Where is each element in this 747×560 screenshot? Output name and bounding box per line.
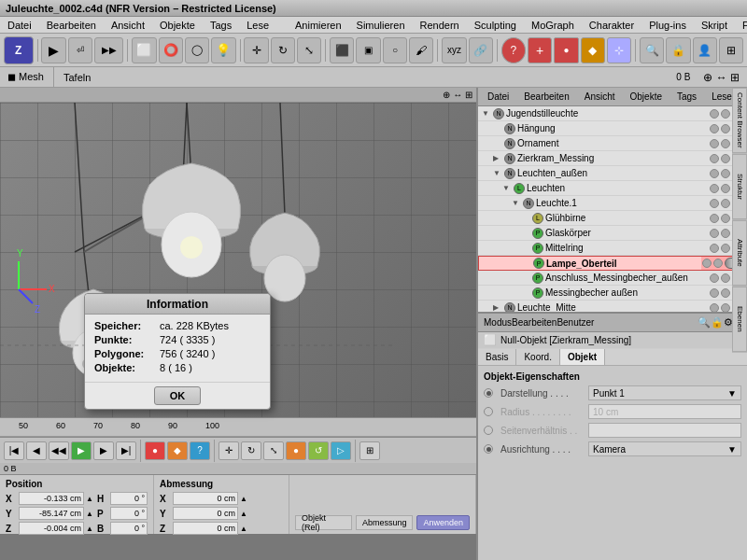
mode-mesh[interactable]: ◼ Mesh bbox=[4, 71, 48, 83]
cylinder-btn[interactable]: ◯ bbox=[185, 37, 209, 63]
sim-btn[interactable]: ▶▶ bbox=[94, 37, 124, 63]
obj-row-leuchte1[interactable]: ▼ N Leuchte.1 bbox=[478, 196, 747, 211]
obj-row-glaskoerper[interactable]: P Glaskörper bbox=[478, 226, 747, 241]
paint-btn[interactable]: 🖌 bbox=[409, 37, 433, 63]
menu-fenster[interactable]: Fenster bbox=[739, 20, 747, 31]
h-input[interactable] bbox=[110, 492, 148, 505]
attr-search-icon[interactable]: 🔍 bbox=[698, 316, 711, 329]
scale-btn[interactable]: ⤡ bbox=[297, 37, 321, 63]
help-anim-btn[interactable]: ? bbox=[190, 441, 210, 460]
obj-row-mittelring[interactable]: P Mittelring bbox=[478, 241, 747, 256]
p-input[interactable] bbox=[110, 507, 148, 520]
arrow-leuchte1[interactable]: ▼ bbox=[512, 199, 523, 207]
snap-btn[interactable]: 🔗 bbox=[469, 37, 493, 63]
view-icons[interactable]: ⊕ ↔ ⊞ bbox=[699, 71, 743, 84]
select-btn[interactable]: ⬛ bbox=[330, 37, 354, 63]
prev-frame-btn[interactable]: ◀ bbox=[26, 441, 47, 460]
menu-datei[interactable]: Datei bbox=[4, 20, 35, 31]
timeline-btn[interactable]: ⊞ bbox=[359, 441, 380, 460]
menu-bearbeiten[interactable]: Bearbeiten bbox=[43, 20, 100, 31]
attr-tab-basis[interactable]: Basis bbox=[478, 349, 516, 365]
sy-input[interactable] bbox=[173, 507, 238, 520]
menu-simulieren[interactable]: Simulieren bbox=[353, 20, 409, 31]
obj-row-messing[interactable]: P Messingbecher außen bbox=[478, 286, 747, 301]
apply-btn[interactable]: Anwenden bbox=[416, 515, 470, 530]
arrow-leuchten[interactable]: ▼ bbox=[502, 184, 514, 192]
sz-input[interactable] bbox=[173, 522, 238, 535]
arrow-leuchte-mitte[interactable]: ▶ bbox=[493, 303, 504, 312]
axis-btn[interactable]: xyz bbox=[442, 37, 466, 63]
next-frame-btn[interactable]: ▶ bbox=[93, 441, 114, 460]
attr-tab-objekt[interactable]: Objekt bbox=[560, 349, 605, 365]
obj-row-hanging[interactable]: N Hängung bbox=[478, 121, 747, 136]
plus-btn[interactable]: + bbox=[528, 37, 552, 63]
scale-anim-btn[interactable]: ⤡ bbox=[263, 441, 284, 460]
arrow-jugendstil[interactable]: ▼ bbox=[482, 109, 493, 118]
dropdown-ausrichtung[interactable]: Kamera ▼ bbox=[588, 441, 741, 456]
tab-tafeln[interactable]: Tafeln bbox=[60, 72, 94, 83]
dropdown-darstellung[interactable]: Punkt 1 ▼ bbox=[588, 385, 741, 400]
rec-btn[interactable]: ● bbox=[554, 37, 578, 63]
rec2-btn[interactable]: ● bbox=[286, 441, 306, 460]
attr-lock-icon[interactable]: 🔒 bbox=[711, 316, 724, 329]
obj-row-leuchten[interactable]: ▼ L Leuchten bbox=[478, 181, 747, 196]
tab-ebenen[interactable]: Ebenen bbox=[732, 287, 747, 352]
sx-input[interactable] bbox=[173, 492, 238, 505]
arrow-zierkram[interactable]: ▶ bbox=[493, 154, 504, 162]
z-inc[interactable]: ▲ bbox=[86, 525, 95, 533]
tab-ansicht2[interactable]: Ansicht bbox=[581, 91, 619, 102]
tab-tags2[interactable]: Tags bbox=[673, 91, 700, 102]
obj-row-ornament[interactable]: N Ornament bbox=[478, 136, 747, 151]
preview-btn[interactable]: ▷ bbox=[331, 441, 351, 460]
menu-mograph[interactable]: MoGraph bbox=[528, 20, 578, 31]
rotate-btn[interactable]: ↻ bbox=[271, 37, 295, 63]
c4d-logo-btn[interactable]: Z bbox=[4, 36, 34, 64]
menu-lese[interactable]: Lese bbox=[243, 20, 273, 31]
keyframe-auto-btn[interactable]: ◆ bbox=[167, 441, 188, 460]
tab-bearbeiten[interactable]: Bearbeiten bbox=[520, 91, 572, 102]
x-inc[interactable]: ▲ bbox=[86, 495, 95, 503]
radio-ausrichtung[interactable] bbox=[484, 444, 493, 454]
obj-row-leuchten-aussen[interactable]: ▼ N Leuchten_außen bbox=[478, 166, 747, 181]
obj-row-gluehbirne[interactable]: L Glühbirne bbox=[478, 211, 747, 226]
lasso-btn[interactable]: ○ bbox=[383, 37, 407, 63]
user-btn[interactable]: 👤 bbox=[693, 37, 717, 63]
menu-charakter[interactable]: Charakter bbox=[585, 20, 638, 31]
play-back-btn[interactable]: ◀◀ bbox=[49, 441, 69, 460]
obj-row-lampe-oberteil[interactable]: P Lampe_Oberteil bbox=[478, 256, 747, 271]
menu-ansicht[interactable]: Ansicht bbox=[107, 20, 148, 31]
light-btn[interactable]: 💡 bbox=[211, 37, 235, 63]
menu-sculpting[interactable]: Sculpting bbox=[471, 20, 520, 31]
search-btn[interactable]: 🔍 bbox=[640, 37, 664, 63]
tag-btn[interactable]: ⊹ bbox=[607, 37, 631, 63]
x-input[interactable] bbox=[19, 492, 84, 505]
goto-end-btn[interactable]: ▶| bbox=[116, 441, 136, 460]
move-anim-btn[interactable]: ✛ bbox=[218, 441, 239, 460]
abmessung-btn[interactable]: Abmessung bbox=[356, 515, 414, 530]
render-btn[interactable]: ▶ bbox=[41, 37, 65, 63]
rot-anim-btn[interactable]: ↻ bbox=[241, 441, 261, 460]
keyframe-btn[interactable]: ◆ bbox=[581, 37, 605, 63]
menu-skript[interactable]: Skript bbox=[698, 20, 731, 31]
z-input[interactable] bbox=[19, 522, 84, 535]
record-btn[interactable]: ● bbox=[145, 441, 165, 460]
menu-objekte[interactable]: Objekte bbox=[156, 20, 199, 31]
menu-tags[interactable]: Tags bbox=[206, 20, 235, 31]
goto-start-btn[interactable]: |◀ bbox=[4, 441, 24, 460]
tab-content-browser[interactable]: Content Browser bbox=[732, 88, 747, 153]
help-btn[interactable]: ? bbox=[501, 37, 526, 63]
select2-btn[interactable]: ▣ bbox=[356, 37, 380, 63]
loop-btn[interactable]: ↺ bbox=[308, 441, 329, 460]
obj-row-zierkram[interactable]: ▶ N Zierkram_Messing bbox=[478, 151, 747, 166]
obj-row-anschluss[interactable]: P Anschluss_Messingbecher_außen bbox=[478, 271, 747, 286]
menu-animieren[interactable]: Animieren bbox=[291, 20, 345, 31]
viewport[interactable]: ⊕ ↔ ⊞ bbox=[0, 88, 476, 560]
y-inc[interactable]: ▲ bbox=[86, 510, 95, 518]
obj-row-jugendstil[interactable]: ▼ N Jugendstilleuchte bbox=[478, 106, 747, 121]
tab-datei[interactable]: Datei bbox=[484, 91, 513, 102]
sphere-btn[interactable]: ⭕ bbox=[159, 37, 183, 63]
tab-objekte2[interactable]: Objekte bbox=[627, 91, 666, 102]
arrow-leuchten-aussen[interactable]: ▼ bbox=[493, 169, 504, 177]
ok-button[interactable]: OK bbox=[154, 386, 201, 405]
obj-row-leuchte-mitte[interactable]: ▶ N Leuchte_Mitte bbox=[478, 301, 747, 312]
